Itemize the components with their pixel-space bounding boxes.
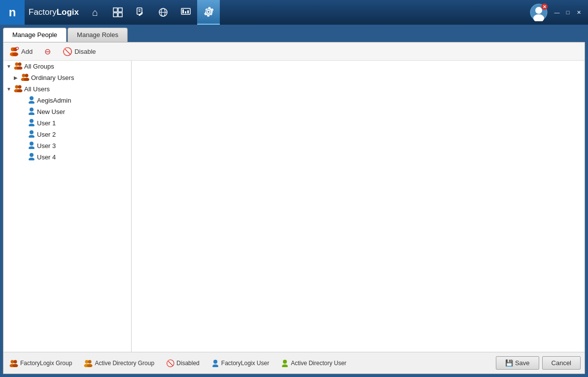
minimize-button[interactable]: —	[552, 7, 562, 18]
arrow-aegisadmin	[19, 97, 26, 104]
arrow-new-user	[19, 109, 26, 115]
remove-icon: ⊖	[44, 47, 51, 56]
svg-point-29	[25, 74, 29, 77]
save-icon: 💾	[505, 359, 513, 367]
svg-rect-1	[118, 8, 122, 12]
tree-item-user3[interactable]: User 3	[3, 140, 131, 151]
nav-display[interactable]	[174, 0, 197, 25]
legend-fl-user: FactoryLogix User	[211, 359, 269, 367]
add-people-icon	[9, 46, 19, 56]
svg-point-53	[88, 360, 92, 363]
label-new-user: New User	[37, 108, 65, 115]
tab-bar: Manage People Manage Roles	[0, 25, 588, 42]
label-all-groups: All Groups	[24, 63, 54, 70]
tree-item-aegisadmin[interactable]: AegisAdmin	[3, 95, 131, 106]
svg-point-40	[30, 119, 34, 123]
content-panel: Add ⊖ 🚫 Disable ▼	[3, 42, 585, 374]
user-icon-user3	[28, 141, 35, 151]
user-icon-aegisadmin	[28, 96, 35, 105]
close-button[interactable]: ✕	[573, 7, 584, 18]
tree-item-all-users[interactable]: ▼ All Users	[3, 83, 131, 95]
titlebar: n FactoryLogix ⌂ ✕	[0, 0, 588, 25]
svg-point-47	[29, 158, 35, 161]
disable-icon: 🚫	[63, 47, 72, 56]
disable-button[interactable]: 🚫 Disable	[61, 46, 98, 57]
arrow-user1	[19, 120, 26, 127]
nav-grid[interactable]	[106, 0, 129, 25]
svg-point-39	[29, 113, 35, 115]
label-ordinary-users: Ordinary Users	[31, 74, 74, 81]
user-icon-user2	[28, 130, 35, 139]
svg-point-44	[30, 142, 34, 146]
svg-point-32	[15, 85, 19, 89]
svg-point-28	[22, 74, 26, 77]
arrow-user4	[19, 154, 26, 161]
svg-point-36	[30, 96, 34, 100]
svg-point-41	[29, 124, 35, 127]
svg-point-20	[12, 52, 18, 56]
remove-button[interactable]: ⊖	[42, 46, 53, 57]
app-name: FactoryLogix	[29, 7, 79, 17]
arrow-user2	[19, 131, 26, 138]
arrow-user3	[19, 143, 26, 150]
label-aegisadmin: AegisAdmin	[37, 97, 71, 104]
label-user3: User 3	[37, 142, 56, 150]
group-icon-ordinary-users	[21, 73, 30, 82]
svg-point-38	[30, 108, 34, 112]
label-user4: User 4	[37, 153, 56, 161]
svg-point-33	[18, 85, 22, 89]
svg-point-37	[29, 101, 35, 104]
user-avatar: ✕	[530, 3, 548, 21]
nav-documents[interactable]	[129, 0, 152, 25]
add-button[interactable]: Add	[7, 45, 35, 57]
cancel-button[interactable]: Cancel	[542, 356, 581, 370]
tree-item-user1[interactable]: User 1	[3, 117, 131, 129]
tab-manage-roles[interactable]: Manage Roles	[68, 28, 128, 42]
svg-point-49	[14, 360, 17, 363]
fl-user-icon	[211, 359, 219, 367]
app-logo: n	[0, 0, 25, 25]
tree-item-user4[interactable]: User 4	[3, 151, 131, 163]
svg-rect-13	[187, 10, 189, 13]
save-button[interactable]: 💾 Save	[496, 356, 539, 370]
logo-letter: n	[0, 0, 25, 25]
label-user2: User 2	[37, 131, 56, 138]
legend-disabled: 🚫 Disabled	[166, 359, 200, 367]
fl-group-icon	[9, 359, 18, 367]
svg-point-58	[283, 360, 287, 364]
svg-point-48	[11, 360, 14, 363]
svg-point-56	[213, 360, 217, 364]
tree-item-all-groups[interactable]: ▼ All Groups	[3, 61, 131, 72]
window-controls: ✕ — □ ✕	[530, 3, 588, 21]
svg-rect-12	[185, 11, 186, 13]
svg-point-42	[30, 130, 34, 134]
tree-item-ordinary-users[interactable]: ▶ Ordinary Users	[3, 72, 131, 83]
user-alert-badge: ✕	[541, 3, 548, 10]
tree-panel: ▼ All Groups ▶	[3, 61, 132, 352]
tab-manage-people[interactable]: Manage People	[3, 28, 67, 42]
restore-button[interactable]: □	[562, 7, 573, 18]
tree-item-user2[interactable]: User 2	[3, 129, 131, 140]
svg-rect-2	[113, 13, 117, 17]
legend-fl-group: FactoryLogix Group	[9, 359, 72, 367]
nav-globe[interactable]	[152, 0, 174, 25]
user-icon-new-user	[28, 107, 35, 116]
nav-home[interactable]: ⌂	[84, 0, 106, 25]
body-area: ▼ All Groups ▶	[3, 61, 585, 352]
label-user1: User 1	[37, 119, 56, 127]
arrow-all-groups: ▼	[5, 63, 12, 70]
action-buttons: 💾 Save Cancel	[496, 356, 581, 370]
arrow-ordinary-users: ▶	[12, 75, 19, 81]
disabled-icon: 🚫	[166, 359, 174, 367]
label-all-users: All Users	[24, 85, 50, 93]
svg-point-25	[18, 63, 22, 66]
group-icon-all-groups	[14, 62, 23, 71]
legend-ad-group: Active Directory Group	[84, 359, 154, 367]
nav-settings[interactable]	[197, 0, 220, 25]
svg-rect-6	[138, 11, 140, 12]
svg-point-52	[85, 360, 89, 363]
svg-point-24	[15, 63, 19, 66]
svg-point-57	[212, 364, 218, 367]
tree-item-new-user[interactable]: New User	[3, 106, 131, 117]
svg-rect-5	[138, 9, 140, 10]
